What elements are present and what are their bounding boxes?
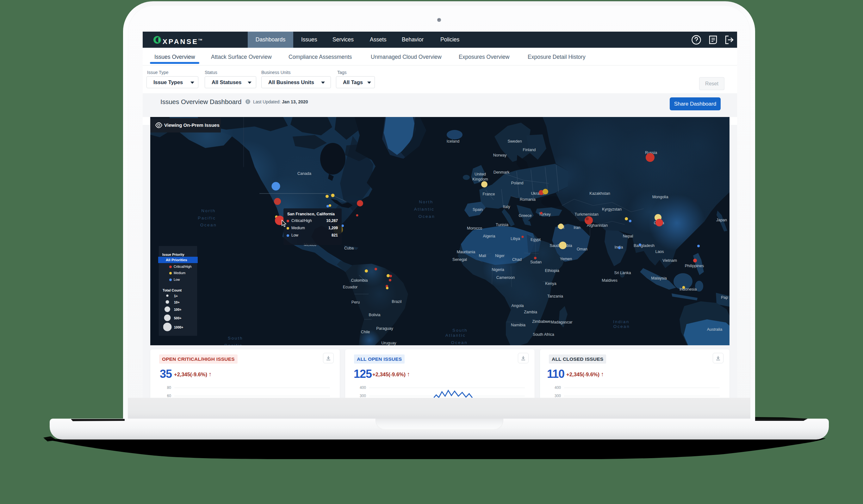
svg-text:Uruguay: Uruguay: [381, 341, 396, 345]
svg-text:Philippines: Philippines: [685, 264, 704, 268]
svg-text:Canada: Canada: [297, 172, 311, 176]
svg-text:Ethiopia: Ethiopia: [545, 268, 559, 273]
svg-text:Kenya: Kenya: [545, 281, 556, 286]
svg-text:United: United: [475, 172, 486, 176]
svg-text:North: North: [201, 209, 216, 213]
svg-text:Bangladesh: Bangladesh: [634, 243, 654, 248]
svg-text:Egypt: Egypt: [530, 238, 541, 242]
svg-text:Indonesia: Indonesia: [679, 287, 697, 291]
svg-text:Iceland: Iceland: [447, 139, 459, 143]
svg-text:Pap: Pap: [721, 295, 728, 300]
svg-text:Tanzania: Tanzania: [547, 294, 563, 299]
svg-text:South Africa: South Africa: [533, 332, 554, 337]
svg-text:Sweden: Sweden: [508, 139, 522, 143]
svg-text:Chile: Chile: [361, 330, 370, 334]
svg-text:Japan: Japan: [716, 218, 727, 222]
svg-text:Kyrgyzstan: Kyrgyzstan: [602, 207, 622, 212]
svg-text:Spain: Spain: [473, 207, 483, 212]
svg-text:Cuba: Cuba: [344, 246, 354, 250]
svg-text:Poland: Poland: [511, 181, 524, 185]
svg-text:Oman: Oman: [577, 247, 587, 251]
svg-text:Brazil: Brazil: [392, 300, 401, 304]
svg-text:Vietnam: Vietnam: [662, 258, 677, 263]
svg-text:France: France: [483, 192, 495, 196]
svg-text:Nigeria: Nigeria: [492, 267, 504, 272]
svg-text:Finland: Finland: [523, 148, 536, 152]
svg-text:Maldives: Maldives: [602, 278, 617, 283]
svg-text:Italy: Italy: [503, 204, 511, 209]
svg-text:South: South: [452, 328, 467, 332]
svg-text:Colombia: Colombia: [351, 278, 368, 283]
svg-text:Ocean: Ocean: [418, 214, 435, 219]
svg-text:Paraguay: Paraguay: [376, 326, 393, 331]
svg-text:Pacific: Pacific: [224, 343, 242, 345]
svg-text:North: North: [419, 200, 434, 204]
svg-text:Malaysia: Malaysia: [651, 276, 666, 280]
svg-text:Morocco: Morocco: [467, 226, 482, 230]
svg-text:Iran: Iran: [574, 225, 580, 230]
svg-text:Ocean: Ocean: [451, 340, 467, 345]
svg-text:Atlantic: Atlantic: [446, 333, 466, 338]
svg-text:Mongolia: Mongolia: [652, 195, 668, 199]
svg-text:Zambia: Zambia: [524, 310, 537, 314]
svg-text:Ecuador: Ecuador: [343, 285, 358, 289]
svg-text:Denmark: Denmark: [493, 170, 510, 175]
svg-text:Atlantic: Atlantic: [414, 207, 434, 212]
svg-text:Cameroon: Cameroon: [496, 275, 515, 280]
svg-text:Laos: Laos: [655, 250, 664, 254]
svg-text:Angola: Angola: [512, 304, 524, 308]
svg-text:Peru: Peru: [351, 300, 360, 304]
svg-text:Libya: Libya: [511, 237, 520, 241]
svg-text:Senegal: Senegal: [452, 257, 467, 262]
svg-text:Mali: Mali: [479, 254, 486, 258]
svg-text:South: South: [228, 336, 243, 341]
svg-text:Turkmenistan: Turkmenistan: [575, 212, 598, 217]
svg-text:Sri Lanka: Sri Lanka: [614, 270, 631, 275]
svg-text:Ocean: Ocean: [200, 223, 217, 227]
svg-text:Yemen: Yemen: [560, 257, 572, 261]
svg-text:Algeria: Algeria: [483, 234, 496, 238]
svg-text:Kingdom: Kingdom: [472, 177, 488, 181]
svg-text:Indian: Indian: [613, 319, 629, 324]
svg-text:Zimbabwe: Zimbabwe: [532, 319, 550, 324]
svg-text:Tunisia: Tunisia: [496, 223, 508, 227]
svg-text:Nepal: Nepal: [623, 234, 633, 238]
svg-text:Niger: Niger: [495, 254, 504, 258]
svg-text:Chad: Chad: [512, 257, 522, 262]
svg-text:Romania: Romania: [520, 197, 536, 202]
svg-text:Sudan: Sudan: [530, 260, 541, 264]
svg-text:Australia: Australia: [707, 327, 723, 332]
svg-text:Pacific: Pacific: [198, 216, 216, 220]
svg-text:Namibia: Namibia: [511, 323, 525, 327]
svg-text:Bolivia: Bolivia: [369, 313, 380, 317]
svg-text:Ocean: Ocean: [613, 324, 630, 329]
svg-text:Kazakhstan: Kazakhstan: [589, 191, 610, 196]
svg-text:Madagascar: Madagascar: [551, 320, 573, 324]
svg-text:Norway: Norway: [493, 153, 507, 158]
svg-text:Greece: Greece: [519, 213, 532, 218]
svg-text:Mauritania: Mauritania: [457, 250, 475, 254]
